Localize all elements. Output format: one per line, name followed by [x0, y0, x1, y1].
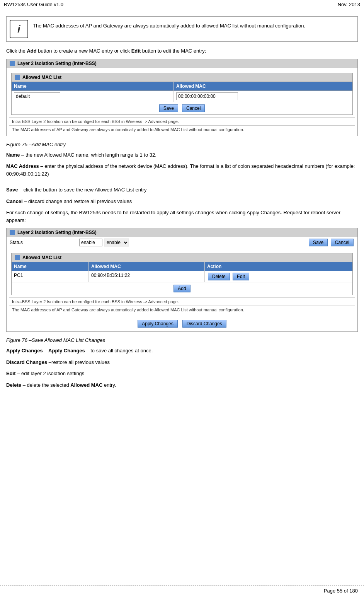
mac-bold: MAC Address: [6, 163, 39, 169]
status-row: Status enable disable Save Cancel: [7, 237, 357, 248]
section1-icon: [10, 61, 15, 66]
add-btn-row: Add: [12, 282, 352, 295]
section2-content: Allowed MAC List Name Allowed MAC Action: [7, 248, 357, 316]
add-button[interactable]: Add: [173, 285, 190, 292]
name-desc-para: Name – the new Allowed MAC name, which l…: [6, 151, 358, 159]
allowed-mac-title2: Allowed MAC List: [22, 255, 61, 260]
apply-changes-sep: –: [44, 348, 47, 354]
section2-box: Layer 2 Isolation Setting (Inter-BSS) St…: [6, 228, 358, 332]
section1-save-button[interactable]: Save: [159, 104, 178, 112]
apply-discard-row: Apply Changes Discard Changes: [7, 316, 357, 331]
header: BW1253s User Guide v1.0 Nov. 2013: [0, 0, 364, 9]
allowed-mac-list-header1: Allowed MAC List: [12, 73, 352, 82]
allowed-mac-icon2: [15, 255, 20, 260]
section1-note2: The MAC addresses of AP and Gateway are …: [9, 125, 355, 133]
save-desc-text: – click the button to save the new Allow…: [18, 187, 146, 193]
apply-changes-rest: – to save all changes at once.: [86, 348, 153, 354]
table1-name-cell: [12, 91, 174, 102]
discard-changes-bold: Discard Changes: [6, 359, 47, 365]
delete-bold: Delete: [6, 382, 21, 388]
info-icon: i: [10, 20, 28, 38]
allowed-mac-list-box1: Allowed MAC List Name Allowed MAC: [11, 73, 353, 115]
table2-data-row: PC1 00:90:4B:D5:11:22 Delete Edit: [12, 271, 352, 282]
section2-note2: The MAC addresses of AP and Gateway are …: [9, 306, 355, 314]
table2-mac-cell: 00:90:4B:D5:11:22: [89, 271, 205, 282]
section1-note1: Intra-BSS Layer 2 Isolation can be confi…: [9, 117, 355, 125]
delete-button[interactable]: Delete: [208, 273, 230, 280]
cancel-desc-text: – discard change and restore all previou…: [23, 198, 132, 204]
save-bold: Save: [6, 187, 18, 193]
discard-changes-rest: –restore all previous values: [49, 359, 110, 365]
table1-col-mac: Allowed MAC: [174, 82, 352, 91]
delete-desc-para: Delete – delete the selected Allowed MAC…: [6, 381, 358, 389]
apply-changes-bold2: Apply Changes: [48, 348, 85, 354]
table2-col-name: Name: [12, 262, 89, 271]
name-input[interactable]: [14, 92, 60, 100]
status-label: Status: [10, 240, 79, 245]
table2-header-row: Name Allowed MAC Action: [12, 262, 352, 271]
name-bold: Name: [6, 152, 20, 158]
section1-btn-row: Save Cancel: [12, 102, 352, 114]
info-box: i The MAC addresses of AP and Gateway ar…: [6, 16, 358, 42]
mac-input[interactable]: [176, 92, 238, 100]
table1-mac-cell: [174, 91, 352, 102]
table1-data-row: [12, 91, 352, 102]
cancel-bold: Cancel: [6, 198, 23, 204]
table2-name-cell: PC1: [12, 271, 89, 282]
discard-changes-desc-para: Discard Changes –restore all previous va…: [6, 359, 358, 366]
save-desc-para: Save – click the button to save the new …: [6, 186, 358, 194]
allowed-mac-title1: Allowed MAC List: [22, 75, 61, 80]
table2-col-mac: Allowed MAC: [89, 262, 205, 271]
allowed-mac-icon1: [15, 75, 20, 80]
section2-save-button[interactable]: Save: [309, 239, 328, 246]
name-desc-text: – the new Allowed MAC name, which length…: [20, 152, 156, 158]
table1-header-row: Name Allowed MAC: [12, 82, 352, 91]
allowed-mac-list-header2: Allowed MAC List: [12, 253, 352, 262]
section1-cancel-button[interactable]: Cancel: [182, 104, 205, 112]
apply-changes-desc-para: Apply Changes – Apply Changes – to save …: [6, 347, 358, 355]
edit-desc-rest: – edit layer 2 isolation settings: [17, 371, 84, 376]
apply-changes-para: For such change of settings, the BW1253s…: [6, 209, 358, 224]
table2-action-cell: Delete Edit: [205, 271, 352, 282]
figure75-label: Figure 75 –Add MAC entry: [6, 142, 358, 147]
delete-desc-rest: – delete the selected Allowed MAC entry.: [23, 382, 116, 388]
cancel-desc-para: Cancel – discard change and restore all …: [6, 198, 358, 205]
status-value: enable disable: [79, 239, 308, 246]
allowed-mac-list-box2: Allowed MAC List Name Allowed MAC Action: [11, 253, 353, 295]
apply-changes-bold: Apply Changes: [6, 348, 43, 354]
edit-button[interactable]: Edit: [233, 273, 249, 280]
header-date: Nov. 2013: [338, 2, 360, 7]
table2-col-action: Action: [205, 262, 352, 271]
figure76-label: Figure 76 –Save Allowed MAC List Changes: [6, 337, 358, 343]
section1-box: Layer 2 Isolation Setting (Inter-BSS) Al…: [6, 59, 358, 136]
section2-note1: Intra-BSS Layer 2 Isolation can be confi…: [9, 297, 355, 306]
page-content: i The MAC addresses of AP and Gateway ar…: [0, 13, 364, 416]
discard-changes-button[interactable]: Discard Changes: [182, 320, 226, 328]
status-select[interactable]: enable disable: [104, 239, 129, 246]
info-text: The MAC addresses of AP and Gateway are …: [33, 20, 305, 30]
edit-bold: Edit: [6, 371, 16, 376]
footer: Page 55 of 180: [0, 585, 364, 596]
section1-content: Allowed MAC List Name Allowed MAC: [7, 68, 357, 136]
mac-desc-para: MAC Address – enter the physical address…: [6, 162, 358, 178]
header-title: BW1253s User Guide v1.0: [4, 2, 63, 7]
section1-title: Layer 2 Isolation Setting (Inter-BSS): [17, 61, 97, 66]
edit-desc-para: Edit – edit layer 2 isolation settings: [6, 370, 358, 377]
section2-icon: [10, 230, 15, 235]
section2-header: Layer 2 Isolation Setting (Inter-BSS): [7, 228, 357, 237]
section2-title: Layer 2 Isolation Setting (Inter-BSS): [17, 230, 97, 235]
section2-cancel-button[interactable]: Cancel: [331, 239, 354, 246]
status-btns: Save Cancel: [308, 239, 354, 246]
section1-header: Layer 2 Isolation Setting (Inter-BSS): [7, 59, 357, 68]
intro-para: Click the Add button to create a new MAC…: [6, 47, 358, 55]
apply-changes-button[interactable]: Apply Changes: [138, 320, 177, 328]
status-input[interactable]: [79, 239, 102, 246]
table1-col-name: Name: [12, 82, 174, 91]
page-number: Page 55 of 180: [324, 588, 358, 594]
mac-desc-text: – enter the physical address of the netw…: [6, 163, 355, 177]
